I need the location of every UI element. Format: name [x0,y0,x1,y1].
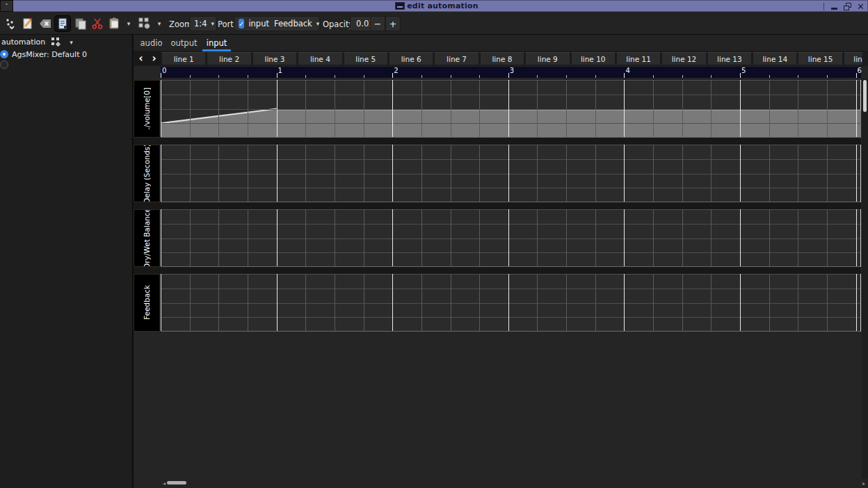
zoom-combo-arrow: ▾ [211,20,215,27]
position-cursor-button[interactable] [3,15,19,32]
line-tab[interactable]: line 16 [844,52,862,65]
ruler-number: 0 [162,67,166,74]
window-menu-icon: ˅ [5,3,8,10]
edit-button[interactable] [19,15,36,32]
lane-label: Dry/Wet Balance [134,209,160,267]
port-combo-arrow: ▾ [316,20,320,27]
lane-gridlines [161,145,860,202]
line-tabs-prev-button[interactable]: ‹ [134,51,147,65]
line-tab[interactable]: line 4 [298,52,342,65]
lane-grid[interactable] [161,80,861,138]
lane-label: Delay (Seconds) [134,145,160,202]
opacity-minus-button[interactable]: − [370,16,385,31]
tool-menu-dropdown[interactable]: ▾ [154,19,164,29]
lane-grid[interactable] [161,274,861,332]
lanes-region: ./volume[0]Delay (Seconds)Dry/Wet Balanc… [134,80,861,332]
line-tab[interactable]: line 14 [753,52,797,65]
radio-unselected-icon[interactable] [0,60,8,69]
tab-output[interactable]: output [168,35,200,51]
minimize-button[interactable] [830,2,839,11]
line-tab[interactable]: line 5 [344,52,388,65]
window-title: edit automation [407,1,479,10]
app-icon [395,2,405,10]
line-tab[interactable]: line 15 [798,52,842,65]
tab-input[interactable]: input [200,35,233,51]
select-button[interactable] [54,15,71,32]
ruler: 0123456 [161,67,861,78]
port-checkbox[interactable]: ✓ [239,19,244,29]
clear-eraser-icon [38,17,52,31]
tab-audio[interactable]: audio [135,35,168,51]
line-tab[interactable]: line 10 [571,52,616,65]
position-cursor-icon [4,17,18,31]
line-tabs-next-button[interactable]: › [147,51,161,65]
window-menu-button[interactable]: ˅ [0,0,13,12]
lane-grid[interactable] [161,209,861,267]
radio-selected-icon[interactable] [0,50,8,58]
clear-button[interactable] [37,15,54,32]
lane-label: ./volume[0] [134,80,160,138]
hscroll-right-arrow[interactable]: ▸ [862,480,865,487]
ruler-number: 3 [510,67,514,74]
machine-selector-panel: automation ▾ AgsMixer: Default 0 [0,35,132,488]
machine-radio-row[interactable]: AgsMixer: Default 0 [0,49,132,59]
opacity-plus-button[interactable]: + [385,16,401,31]
line-tab[interactable]: line 1 [161,52,206,65]
automation-curve[interactable] [161,80,861,138]
machine-list: AgsMixer: Default 0 [0,49,132,70]
automation-editor: audiooutputinput ‹ › line 1line 2line 3l… [134,35,868,488]
check-icon: ✓ [239,20,244,28]
line-tab[interactable]: line 2 [207,52,251,65]
edit-automation-window: ˅ edit automation ✕ [0,0,868,488]
line-tab[interactable]: line 9 [525,52,570,65]
lane-gridlines [161,274,860,332]
tool-menu-icon [138,17,152,31]
line-tab[interactable]: line 11 [616,52,661,65]
lane-grid[interactable] [161,145,861,202]
port-name: Feedback [274,19,312,29]
select-icon [56,17,70,31]
close-button[interactable]: ✕ [856,2,865,11]
horizontal-scrollbar-thumb[interactable] [167,481,186,485]
horizontal-scrollbar[interactable]: ◂ ▸ [134,478,868,488]
cut-button[interactable] [89,15,106,32]
tool-menu-button[interactable] [136,15,153,32]
copy-button[interactable] [72,15,89,32]
zoom-combo[interactable]: 1:4 ▾ [189,16,217,31]
hscroll-left-arrow[interactable]: ◂ [163,480,166,487]
machine-radio-row[interactable] [0,60,132,70]
line-tab[interactable]: line 3 [252,52,297,65]
lane-label: Feedback [134,274,160,332]
window-controls: ✕ [823,1,865,13]
line-tab[interactable]: line 6 [389,52,433,65]
port-combo[interactable]: ✓ input Feedback ▾ [234,16,320,31]
opacity-label: Opacity [323,19,353,29]
automation-lane: ./volume[0] [134,80,861,138]
line-tab[interactable]: line 8 [480,52,524,65]
ruler-number: 2 [394,67,398,74]
toolbar: ▾ ▾ Zoom 1:4 ▾ Port ✓ input Feed [0,12,868,35]
automation-lane: Feedback [134,274,861,332]
zoom-value: 1:4 [194,19,207,29]
paste-button[interactable] [106,15,122,32]
machine-dropdown-arrow[interactable]: ▾ [67,39,76,46]
ruler-number: 1 [278,67,282,74]
window-controls-separator [823,3,824,10]
title-wrap: edit automation [395,1,479,10]
line-tab[interactable]: line 7 [434,52,479,65]
lane-gridlines [161,209,860,267]
copy-icon [74,17,88,31]
machine-selector-header: automation ▾ [1,37,76,47]
titlebar: ˅ edit automation ✕ [0,0,868,12]
line-tabs-row: ‹ › line 1line 2line 3line 4line 5line 6… [134,51,868,66]
paste-options-dropdown[interactable]: ▾ [124,19,134,29]
machine-grid-icon[interactable] [51,37,61,47]
vertical-scrollbar[interactable] [862,79,868,478]
vertical-scrollbar-thumb[interactable] [863,80,867,112]
restore-button[interactable] [843,2,852,11]
line-tab[interactable]: line 13 [707,52,752,65]
automation-lane: Delay (Seconds) [134,145,861,202]
titlebar-main[interactable]: edit automation ✕ [13,0,868,12]
paste-clipboard-icon [107,17,121,31]
line-tab[interactable]: line 12 [661,52,706,65]
